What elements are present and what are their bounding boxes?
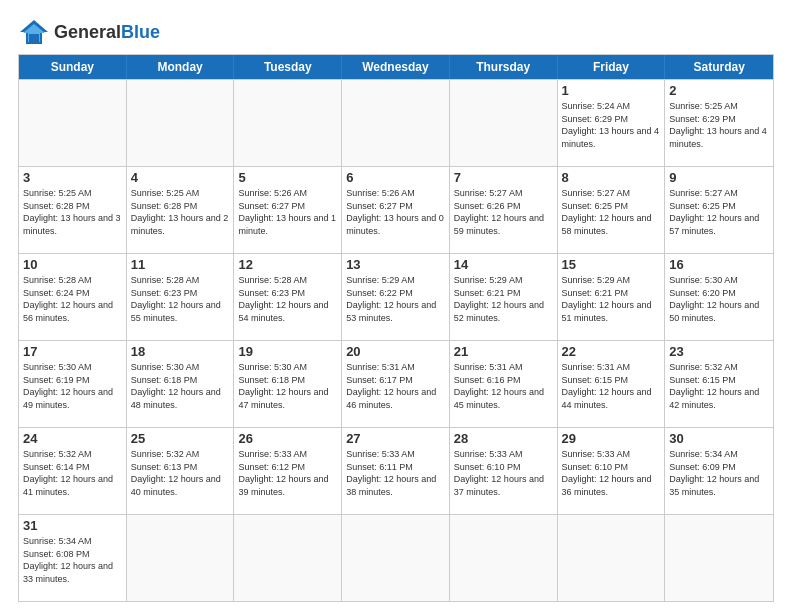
day-info: Sunrise: 5:30 AM Sunset: 6:19 PM Dayligh…: [23, 361, 122, 411]
cal-cell: 19Sunrise: 5:30 AM Sunset: 6:18 PM Dayli…: [234, 341, 342, 427]
cal-cell: 1Sunrise: 5:24 AM Sunset: 6:29 PM Daylig…: [558, 80, 666, 166]
day-number: 24: [23, 431, 122, 446]
cal-cell: 4Sunrise: 5:25 AM Sunset: 6:28 PM Daylig…: [127, 167, 235, 253]
cal-cell: 30Sunrise: 5:34 AM Sunset: 6:09 PM Dayli…: [665, 428, 773, 514]
day-number: 23: [669, 344, 769, 359]
calendar-header-row: SundayMondayTuesdayWednesdayThursdayFrid…: [19, 55, 773, 79]
week-row-4: 17Sunrise: 5:30 AM Sunset: 6:19 PM Dayli…: [19, 340, 773, 427]
cal-cell: 12Sunrise: 5:28 AM Sunset: 6:23 PM Dayli…: [234, 254, 342, 340]
cal-cell: [665, 515, 773, 601]
cal-cell: 29Sunrise: 5:33 AM Sunset: 6:10 PM Dayli…: [558, 428, 666, 514]
cal-cell: 17Sunrise: 5:30 AM Sunset: 6:19 PM Dayli…: [19, 341, 127, 427]
day-info: Sunrise: 5:27 AM Sunset: 6:25 PM Dayligh…: [562, 187, 661, 237]
cal-cell: [234, 80, 342, 166]
logo-icon: [18, 18, 50, 46]
day-info: Sunrise: 5:26 AM Sunset: 6:27 PM Dayligh…: [346, 187, 445, 237]
cal-cell: [127, 80, 235, 166]
day-info: Sunrise: 5:33 AM Sunset: 6:10 PM Dayligh…: [562, 448, 661, 498]
cal-cell: [234, 515, 342, 601]
day-info: Sunrise: 5:28 AM Sunset: 6:23 PM Dayligh…: [131, 274, 230, 324]
day-info: Sunrise: 5:30 AM Sunset: 6:20 PM Dayligh…: [669, 274, 769, 324]
day-info: Sunrise: 5:33 AM Sunset: 6:11 PM Dayligh…: [346, 448, 445, 498]
day-number: 30: [669, 431, 769, 446]
page: GeneralBlue SundayMondayTuesdayWednesday…: [0, 0, 792, 612]
cal-cell: 3Sunrise: 5:25 AM Sunset: 6:28 PM Daylig…: [19, 167, 127, 253]
day-info: Sunrise: 5:28 AM Sunset: 6:24 PM Dayligh…: [23, 274, 122, 324]
day-info: Sunrise: 5:28 AM Sunset: 6:23 PM Dayligh…: [238, 274, 337, 324]
day-number: 1: [562, 83, 661, 98]
calendar: SundayMondayTuesdayWednesdayThursdayFrid…: [18, 54, 774, 602]
day-number: 26: [238, 431, 337, 446]
cal-cell: 6Sunrise: 5:26 AM Sunset: 6:27 PM Daylig…: [342, 167, 450, 253]
day-number: 28: [454, 431, 553, 446]
cal-cell: 26Sunrise: 5:33 AM Sunset: 6:12 PM Dayli…: [234, 428, 342, 514]
cal-cell: [342, 515, 450, 601]
header-saturday: Saturday: [665, 55, 773, 79]
day-number: 5: [238, 170, 337, 185]
cal-cell: 31Sunrise: 5:34 AM Sunset: 6:08 PM Dayli…: [19, 515, 127, 601]
day-info: Sunrise: 5:27 AM Sunset: 6:25 PM Dayligh…: [669, 187, 769, 237]
header-friday: Friday: [558, 55, 666, 79]
cal-cell: 25Sunrise: 5:32 AM Sunset: 6:13 PM Dayli…: [127, 428, 235, 514]
cal-cell: 7Sunrise: 5:27 AM Sunset: 6:26 PM Daylig…: [450, 167, 558, 253]
cal-cell: 14Sunrise: 5:29 AM Sunset: 6:21 PM Dayli…: [450, 254, 558, 340]
day-number: 2: [669, 83, 769, 98]
day-info: Sunrise: 5:27 AM Sunset: 6:26 PM Dayligh…: [454, 187, 553, 237]
header: GeneralBlue: [18, 18, 774, 46]
day-info: Sunrise: 5:31 AM Sunset: 6:15 PM Dayligh…: [562, 361, 661, 411]
day-number: 13: [346, 257, 445, 272]
logo-text: GeneralBlue: [54, 22, 160, 43]
cal-cell: 21Sunrise: 5:31 AM Sunset: 6:16 PM Dayli…: [450, 341, 558, 427]
cal-cell: [19, 80, 127, 166]
day-info: Sunrise: 5:30 AM Sunset: 6:18 PM Dayligh…: [131, 361, 230, 411]
svg-rect-2: [29, 34, 39, 42]
day-info: Sunrise: 5:32 AM Sunset: 6:14 PM Dayligh…: [23, 448, 122, 498]
cal-cell: 16Sunrise: 5:30 AM Sunset: 6:20 PM Dayli…: [665, 254, 773, 340]
header-monday: Monday: [127, 55, 235, 79]
header-sunday: Sunday: [19, 55, 127, 79]
day-number: 18: [131, 344, 230, 359]
day-number: 4: [131, 170, 230, 185]
week-row-1: 1Sunrise: 5:24 AM Sunset: 6:29 PM Daylig…: [19, 79, 773, 166]
day-info: Sunrise: 5:29 AM Sunset: 6:21 PM Dayligh…: [562, 274, 661, 324]
day-number: 9: [669, 170, 769, 185]
cal-cell: 11Sunrise: 5:28 AM Sunset: 6:23 PM Dayli…: [127, 254, 235, 340]
day-number: 27: [346, 431, 445, 446]
day-number: 3: [23, 170, 122, 185]
cal-cell: 10Sunrise: 5:28 AM Sunset: 6:24 PM Dayli…: [19, 254, 127, 340]
day-info: Sunrise: 5:30 AM Sunset: 6:18 PM Dayligh…: [238, 361, 337, 411]
header-tuesday: Tuesday: [234, 55, 342, 79]
cal-cell: [450, 80, 558, 166]
day-number: 29: [562, 431, 661, 446]
cal-cell: [450, 515, 558, 601]
cal-cell: 8Sunrise: 5:27 AM Sunset: 6:25 PM Daylig…: [558, 167, 666, 253]
cal-cell: 5Sunrise: 5:26 AM Sunset: 6:27 PM Daylig…: [234, 167, 342, 253]
day-info: Sunrise: 5:32 AM Sunset: 6:13 PM Dayligh…: [131, 448, 230, 498]
day-number: 6: [346, 170, 445, 185]
cal-cell: [342, 80, 450, 166]
day-number: 10: [23, 257, 122, 272]
day-info: Sunrise: 5:26 AM Sunset: 6:27 PM Dayligh…: [238, 187, 337, 237]
cal-cell: [558, 515, 666, 601]
cal-cell: 23Sunrise: 5:32 AM Sunset: 6:15 PM Dayli…: [665, 341, 773, 427]
day-info: Sunrise: 5:29 AM Sunset: 6:21 PM Dayligh…: [454, 274, 553, 324]
day-info: Sunrise: 5:25 AM Sunset: 6:29 PM Dayligh…: [669, 100, 769, 150]
week-row-3: 10Sunrise: 5:28 AM Sunset: 6:24 PM Dayli…: [19, 253, 773, 340]
cal-cell: 20Sunrise: 5:31 AM Sunset: 6:17 PM Dayli…: [342, 341, 450, 427]
day-number: 22: [562, 344, 661, 359]
week-row-6: 31Sunrise: 5:34 AM Sunset: 6:08 PM Dayli…: [19, 514, 773, 601]
cal-cell: 15Sunrise: 5:29 AM Sunset: 6:21 PM Dayli…: [558, 254, 666, 340]
day-info: Sunrise: 5:34 AM Sunset: 6:09 PM Dayligh…: [669, 448, 769, 498]
day-info: Sunrise: 5:31 AM Sunset: 6:17 PM Dayligh…: [346, 361, 445, 411]
cal-cell: [127, 515, 235, 601]
day-number: 12: [238, 257, 337, 272]
day-info: Sunrise: 5:32 AM Sunset: 6:15 PM Dayligh…: [669, 361, 769, 411]
day-number: 14: [454, 257, 553, 272]
day-info: Sunrise: 5:31 AM Sunset: 6:16 PM Dayligh…: [454, 361, 553, 411]
cal-cell: 18Sunrise: 5:30 AM Sunset: 6:18 PM Dayli…: [127, 341, 235, 427]
cal-cell: 13Sunrise: 5:29 AM Sunset: 6:22 PM Dayli…: [342, 254, 450, 340]
day-info: Sunrise: 5:34 AM Sunset: 6:08 PM Dayligh…: [23, 535, 122, 585]
day-info: Sunrise: 5:25 AM Sunset: 6:28 PM Dayligh…: [23, 187, 122, 237]
day-number: 17: [23, 344, 122, 359]
day-info: Sunrise: 5:33 AM Sunset: 6:10 PM Dayligh…: [454, 448, 553, 498]
